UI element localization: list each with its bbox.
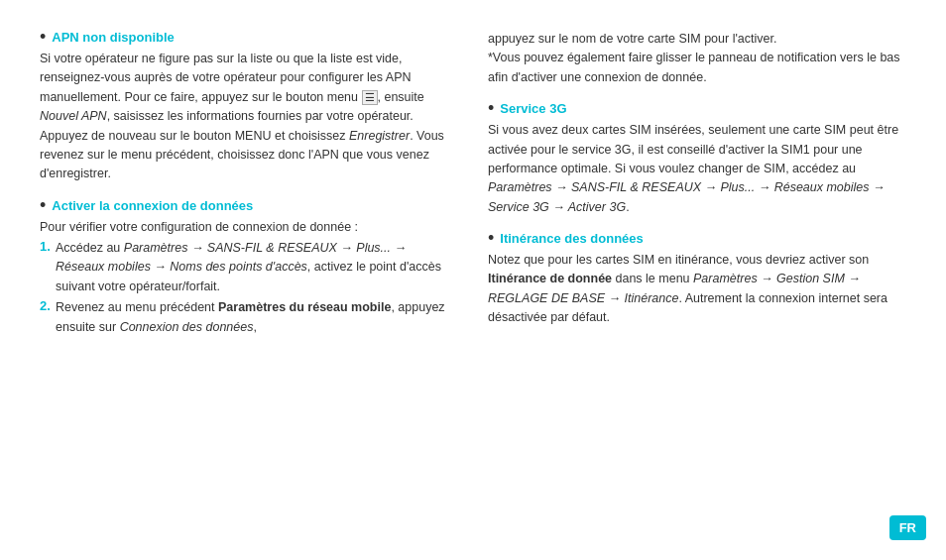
apn-title: APN non disponible xyxy=(52,30,175,45)
step-1-text: Accédez au Paramètres → SANS-FIL & RESEA… xyxy=(56,239,458,296)
right-intro: appuyez sur le nom de votre carte SIM po… xyxy=(488,30,906,87)
right-column: appuyez sur le nom de votre carte SIM po… xyxy=(488,30,906,530)
service3g-title: Service 3G xyxy=(500,101,566,116)
bullet-dot: • xyxy=(40,28,46,46)
apn-body: Si votre opérateur ne figure pas sur la … xyxy=(40,50,458,184)
bullet-dot-4: • xyxy=(488,229,494,247)
step-2-text: Revenez au menu précédent Paramètres du … xyxy=(56,298,458,337)
left-column: • APN non disponible Si votre opérateur … xyxy=(40,30,458,530)
section-itinerance: • Itinérance des données Notez que pour … xyxy=(488,231,906,328)
bullet-dot-3: • xyxy=(488,99,494,117)
section-activer: • Activer la connexion de données Pour v… xyxy=(40,198,458,337)
step-1-num: 1. xyxy=(40,239,54,296)
step-2-num: 2. xyxy=(40,298,54,337)
itinerance-body: Notez que pour les cartes SIM en itinéra… xyxy=(488,251,906,328)
section-apn: • APN non disponible Si votre opérateur … xyxy=(40,30,458,184)
itinerance-header: • Itinérance des données xyxy=(488,231,906,247)
activer-title: Activer la connexion de données xyxy=(52,198,253,213)
activer-header: • Activer la connexion de données xyxy=(40,198,458,214)
step-1: 1. Accédez au Paramètres → SANS-FIL & RE… xyxy=(40,239,458,296)
bullet-dot-2: • xyxy=(40,196,46,214)
section-service3g: • Service 3G Si vous avez deux cartes SI… xyxy=(488,101,906,217)
page: • APN non disponible Si votre opérateur … xyxy=(0,0,946,560)
apn-header: • APN non disponible xyxy=(40,30,458,46)
service3g-body: Si vous avez deux cartes SIM insérées, s… xyxy=(488,121,906,217)
fr-badge: FR xyxy=(889,515,926,540)
activer-intro: Pour vérifier votre configuration de con… xyxy=(40,218,458,237)
step-2: 2. Revenez au menu précédent Paramètres … xyxy=(40,298,458,337)
itinerance-title: Itinérance des données xyxy=(500,231,644,246)
service3g-header: • Service 3G xyxy=(488,101,906,117)
